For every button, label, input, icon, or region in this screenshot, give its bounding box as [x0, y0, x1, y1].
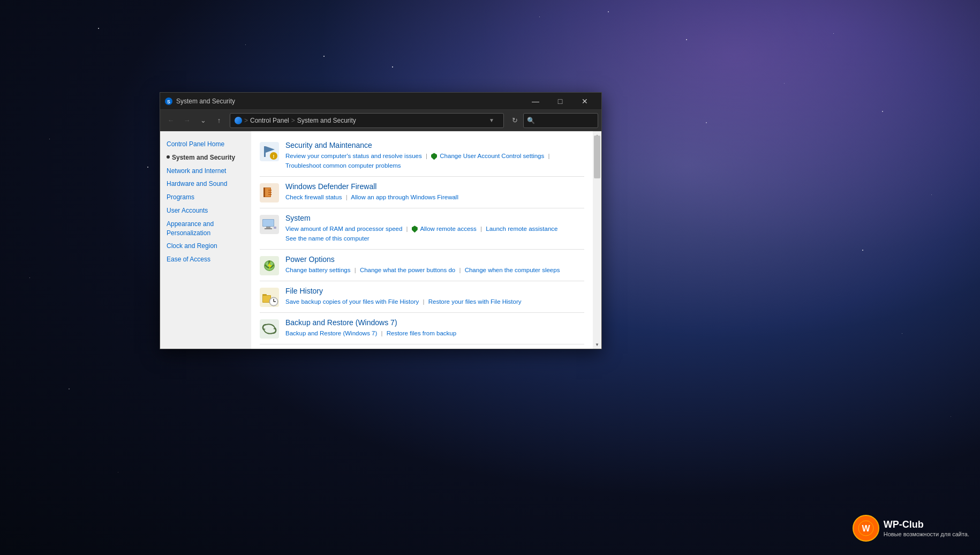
svg-rect-10	[263, 188, 265, 197]
allow-remote-link[interactable]: Allow remote access	[420, 226, 476, 232]
save-backup-link[interactable]: Save backup copies of your files with Fi…	[285, 298, 419, 305]
security-maintenance-title[interactable]: Security and Maintenance	[285, 141, 584, 149]
sidebar-item-system-security: System and Security	[160, 151, 251, 164]
svg-text:S: S	[167, 99, 170, 104]
section-power-body: Power Options Change battery settings | …	[285, 255, 584, 275]
window-icon: S	[164, 97, 173, 106]
power-title[interactable]: Power Options	[285, 255, 584, 264]
view-ram-link[interactable]: View amount of RAM and processor speed	[285, 226, 402, 232]
control-panel-icon	[235, 117, 242, 124]
change-power-buttons-link[interactable]: Change what the power buttons do	[360, 267, 455, 273]
allow-app-link[interactable]: Allow an app through Windows Firewall	[351, 194, 458, 200]
back-button[interactable]: ←	[163, 113, 178, 128]
up-button[interactable]: ↑	[212, 113, 227, 128]
sidebar-item-user-accounts[interactable]: User Accounts	[160, 204, 251, 218]
section-firewall: Windows Defender Firewall Check firewall…	[260, 177, 584, 208]
firewall-links: Check firewall status | Allow an app thr…	[285, 192, 584, 202]
svg-rect-17	[266, 227, 270, 228]
system-title[interactable]: System	[285, 214, 584, 222]
see-computer-name-link[interactable]: See the name of this computer	[285, 235, 370, 242]
section-backup-restore: Backup and Restore (Windows 7) Backup an…	[260, 313, 584, 344]
path-dropdown-button[interactable]: ▼	[484, 113, 499, 128]
content-panel[interactable]: ! Security and Maintenance Review your c…	[251, 131, 593, 349]
sidebar-item-hardware-sound[interactable]: Hardware and Sound	[160, 177, 251, 191]
security-maintenance-links: Review your computer's status and resolv…	[285, 151, 584, 171]
main-content: Control Panel Home System and Security N…	[160, 131, 601, 349]
firewall-title[interactable]: Windows Defender Firewall	[285, 182, 584, 191]
sidebar-item-clock-region[interactable]: Clock and Region	[160, 239, 251, 253]
launch-remote-link[interactable]: Launch remote assistance	[486, 226, 557, 232]
window-controls: — □ ✕	[523, 93, 597, 110]
backup-restore-win7-link[interactable]: Backup and Restore (Windows 7)	[285, 330, 377, 336]
path-control-panel: Control Panel	[250, 117, 289, 124]
section-file-history-body: File History Save backup copies of your …	[285, 287, 584, 306]
sidebar-item-programs[interactable]: Programs	[160, 191, 251, 204]
wpclub-logo: W	[853, 515, 879, 542]
firewall-icon	[260, 183, 279, 202]
control-panel-window: S System and Security — □ ✕ ← → ⌄ ↑ > Co…	[160, 92, 602, 349]
svg-text:W: W	[862, 524, 870, 533]
sidebar: Control Panel Home System and Security N…	[160, 131, 251, 349]
power-links: Change battery settings | Change what th…	[285, 265, 584, 275]
scrollbar-thumb[interactable]	[594, 136, 600, 178]
check-firewall-link[interactable]: Check firewall status	[285, 194, 342, 200]
address-bar: ← → ⌄ ↑ > Control Panel > System and Sec…	[160, 110, 601, 131]
search-box: 🔍	[523, 113, 598, 128]
section-file-history: File History Save backup copies of your …	[260, 281, 584, 312]
change-battery-link[interactable]: Change battery settings	[285, 267, 350, 273]
shield-allow-remote-icon	[412, 226, 418, 232]
refresh-button[interactable]: ↻	[507, 113, 522, 128]
change-uac-icon	[431, 153, 437, 160]
forward-button[interactable]: →	[179, 113, 194, 128]
power-options-icon	[260, 256, 279, 275]
review-status-link[interactable]: Review your computer's status and resolv…	[285, 153, 422, 159]
wpclub-badge: W WP-Club Новые возможности для сайта.	[853, 515, 969, 542]
change-uac-link[interactable]: Change User Account Control settings	[440, 153, 544, 159]
system-links: View amount of RAM and processor speed |…	[285, 224, 584, 244]
svg-rect-19	[274, 227, 276, 229]
section-security-maintenance: ! Security and Maintenance Review your c…	[260, 136, 584, 176]
security-maintenance-icon: !	[260, 142, 279, 161]
section-firewall-body: Windows Defender Firewall Check firewall…	[285, 182, 584, 202]
system-icon	[260, 215, 279, 234]
svg-rect-12	[268, 192, 272, 193]
section-backup-restore-body: Backup and Restore (Windows 7) Backup an…	[285, 318, 584, 338]
backup-restore-title[interactable]: Backup and Restore (Windows 7)	[285, 318, 584, 327]
svg-rect-18	[265, 228, 272, 229]
section-storage-spaces: Storage Spaces Manage Storage Spaces	[260, 344, 584, 349]
path-system-security: System and Security	[297, 117, 356, 124]
sidebar-item-network-internet[interactable]: Network and Internet	[160, 164, 251, 178]
section-system: System View amount of RAM and processor …	[260, 208, 584, 249]
scrollbar-down-button[interactable]: ▼	[593, 340, 601, 349]
sidebar-item-control-panel-home[interactable]: Control Panel Home	[160, 138, 251, 151]
svg-rect-11	[268, 190, 272, 191]
troubleshoot-link[interactable]: Troubleshoot common computer problems	[285, 162, 401, 169]
file-history-title[interactable]: File History	[285, 287, 584, 295]
section-system-body: System View amount of RAM and processor …	[285, 214, 584, 244]
change-sleep-link[interactable]: Change when the computer sleeps	[465, 267, 560, 273]
svg-rect-13	[268, 194, 272, 195]
close-button[interactable]: ✕	[572, 93, 597, 110]
wpclub-text-block: WP-Club Новые возможности для сайта.	[884, 519, 969, 537]
svg-rect-27	[262, 294, 267, 296]
section-security-maintenance-body: Security and Maintenance Review your com…	[285, 141, 584, 171]
file-history-links: Save backup copies of your files with Fi…	[285, 297, 584, 306]
sidebar-item-appearance[interactable]: Appearance and Personalization	[160, 218, 251, 240]
title-bar: S System and Security — □ ✕	[160, 93, 601, 110]
restore-files-link[interactable]: Restore your files with File History	[428, 298, 522, 305]
section-power: Power Options Change battery settings | …	[260, 250, 584, 281]
backup-restore-links: Backup and Restore (Windows 7) | Restore…	[285, 328, 584, 338]
active-indicator	[167, 155, 170, 159]
scrollbar-track: ▲ ▼	[593, 131, 601, 349]
maximize-button[interactable]: □	[548, 93, 572, 110]
restore-files-backup-link[interactable]: Restore files from backup	[387, 330, 456, 336]
window-title: System and Security	[176, 98, 523, 105]
search-icon: 🔍	[527, 117, 535, 124]
sidebar-item-ease-access[interactable]: Ease of Access	[160, 253, 251, 266]
wpclub-tagline: Новые возможности для сайта.	[884, 531, 969, 537]
file-history-icon	[260, 288, 279, 307]
backup-restore-icon	[260, 319, 279, 339]
address-path[interactable]: > Control Panel > System and Security ▼	[230, 113, 504, 128]
recent-locations-button[interactable]: ⌄	[195, 113, 210, 128]
minimize-button[interactable]: —	[523, 93, 548, 110]
